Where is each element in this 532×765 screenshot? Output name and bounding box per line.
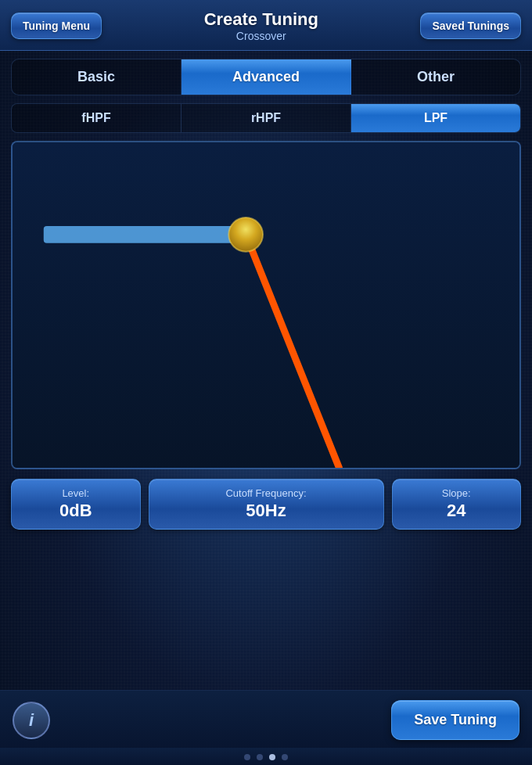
cutoff-card[interactable]: Cutoff Frequency: 50Hz <box>149 479 384 530</box>
info-row: Level: 0dB Cutoff Frequency: 50Hz Slope:… <box>11 479 521 530</box>
cutoff-value: 50Hz <box>160 501 372 521</box>
level-card[interactable]: Level: 0dB <box>11 479 141 530</box>
tab-advanced[interactable]: Advanced <box>182 59 351 95</box>
tab-other[interactable]: Other <box>351 59 520 95</box>
page-title: Create Tuning <box>204 9 318 30</box>
tab-basic[interactable]: Basic <box>12 59 182 95</box>
tab-lpf[interactable]: LPF <box>351 104 520 132</box>
info-icon-label: i <box>29 710 34 731</box>
page-dot-1 <box>244 754 250 760</box>
header-center: Create Tuning Crossover <box>204 9 318 42</box>
cutoff-label: Cutoff Frequency: <box>160 487 372 499</box>
page-dots <box>0 748 532 765</box>
page-subtitle: Crossover <box>204 30 318 42</box>
page-dot-2 <box>257 754 263 760</box>
slope-value: 24 <box>404 501 510 521</box>
save-tuning-button[interactable]: Save Tuning <box>391 700 519 740</box>
saved-tunings-button[interactable]: Saved Tunings <box>420 13 521 39</box>
filter-tab-group: fHPF rHPF LPF <box>11 103 521 133</box>
tab-rhpf[interactable]: rHPF <box>182 104 351 132</box>
tuning-menu-button[interactable]: Tuning Menu <box>11 13 102 39</box>
slope-card[interactable]: Slope: 24 <box>392 479 522 530</box>
tab-fhpf[interactable]: fHPF <box>12 104 182 132</box>
main-tab-group: Basic Advanced Other <box>11 59 521 95</box>
slope-label: Slope: <box>404 487 510 499</box>
info-icon-button[interactable]: i <box>13 702 50 739</box>
page-dot-3 <box>269 754 275 760</box>
level-label: Level: <box>23 487 129 499</box>
graph-container[interactable] <box>11 141 521 469</box>
svg-rect-1 <box>44 226 246 243</box>
main-page: Tuning Menu Create Tuning Crossover Save… <box>0 0 532 765</box>
header: Tuning Menu Create Tuning Crossover Save… <box>0 0 532 51</box>
level-value: 0dB <box>23 501 129 521</box>
graph-svg <box>13 142 519 468</box>
svg-rect-0 <box>13 142 519 468</box>
bottom-bar: i Save Tuning <box>0 690 532 748</box>
page-dot-4 <box>282 754 288 760</box>
